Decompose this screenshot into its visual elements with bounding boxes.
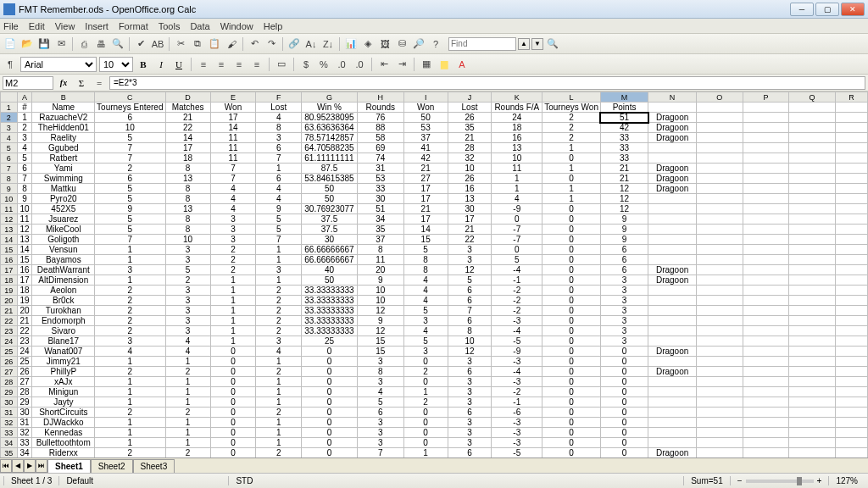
cell-B13[interactable]: MikeCool — [32, 225, 95, 235]
cell-N3[interactable]: Dragoon — [648, 123, 697, 133]
cell-P17[interactable] — [743, 265, 789, 275]
cell-Q10[interactable] — [789, 194, 836, 204]
cell-J23[interactable]: 8 — [448, 326, 492, 336]
cell-Q14[interactable] — [789, 235, 836, 245]
cell-I19[interactable]: 4 — [403, 286, 448, 296]
cell-M19[interactable]: 3 — [600, 286, 648, 296]
cell-N27[interactable]: Dragoon — [648, 367, 697, 377]
cell-F28[interactable]: 1 — [256, 377, 302, 387]
cell-A9[interactable]: 8 — [17, 184, 32, 194]
cell-D33[interactable]: 1 — [165, 428, 210, 438]
cell-F35[interactable]: 2 — [256, 448, 302, 458]
formula-input[interactable] — [109, 76, 865, 90]
cell-C15[interactable]: 1 — [95, 245, 165, 255]
decimal-del-icon[interactable]: .0 — [352, 57, 367, 72]
cell-G13[interactable]: 37.5 — [302, 225, 358, 235]
cell-A19[interactable]: 18 — [17, 286, 32, 296]
align-right-icon[interactable]: ≡ — [231, 57, 247, 72]
cell-A29[interactable]: 28 — [17, 387, 32, 397]
col-header-O[interactable]: O — [697, 92, 743, 103]
cell-A21[interactable]: 20 — [17, 306, 32, 316]
cell-O34[interactable] — [697, 438, 743, 448]
cell-R4[interactable] — [835, 133, 867, 143]
cell-P27[interactable] — [743, 367, 789, 377]
cell-H23[interactable]: 12 — [357, 326, 403, 336]
cell-R14[interactable] — [835, 235, 867, 245]
row-header-21[interactable]: 21 — [1, 306, 18, 316]
row-header-28[interactable]: 28 — [1, 377, 18, 387]
cell-Q15[interactable] — [789, 245, 836, 255]
cell-L16[interactable]: 0 — [542, 255, 601, 265]
cell-C23[interactable]: 2 — [95, 326, 165, 336]
cell-Q4[interactable] — [789, 133, 836, 143]
cell-E30[interactable]: 0 — [210, 397, 256, 408]
cell-O2[interactable] — [697, 113, 743, 123]
cell-B33[interactable]: Kennedas — [32, 428, 95, 438]
cell-O15[interactable] — [697, 245, 743, 255]
menu-window[interactable]: Window — [220, 21, 253, 31]
cell-M34[interactable]: 0 — [600, 438, 648, 448]
cell-N22[interactable] — [648, 316, 697, 326]
cell-E10[interactable]: 4 — [210, 194, 256, 204]
cell-L31[interactable]: 0 — [542, 408, 601, 418]
cell-Q13[interactable] — [789, 225, 836, 235]
cell-K20[interactable]: -2 — [492, 296, 542, 306]
cell-F34[interactable]: 1 — [256, 438, 302, 448]
row-header-14[interactable]: 14 — [1, 235, 18, 245]
row-header-30[interactable]: 30 — [1, 397, 18, 408]
cell-G8[interactable]: 53.84615385 — [302, 174, 358, 184]
cell-K15[interactable]: 0 — [492, 245, 542, 255]
cell-R35[interactable] — [835, 448, 867, 458]
cell-G20[interactable]: 33.33333333 — [302, 296, 358, 306]
cell-Q3[interactable] — [789, 123, 836, 133]
row-header-33[interactable]: 33 — [1, 428, 18, 438]
cell-L13[interactable]: 0 — [542, 225, 601, 235]
cell-D1[interactable]: Matches — [165, 103, 210, 113]
cell-L5[interactable]: 1 — [542, 143, 601, 153]
cell-C26[interactable]: 1 — [95, 357, 165, 367]
cell-O5[interactable] — [697, 143, 743, 153]
cell-D9[interactable]: 8 — [165, 184, 210, 194]
cell-E31[interactable]: 0 — [210, 408, 256, 418]
cell-B25[interactable]: Wanat007 — [32, 347, 95, 357]
cell-D23[interactable]: 3 — [165, 326, 210, 336]
cell-H21[interactable]: 12 — [357, 306, 403, 316]
sum-icon[interactable]: Σ — [74, 75, 89, 91]
cell-D6[interactable]: 18 — [165, 153, 210, 164]
cell-J3[interactable]: 35 — [448, 123, 492, 133]
cell-C4[interactable]: 5 — [95, 133, 165, 143]
cell-N19[interactable] — [648, 286, 697, 296]
cell-K17[interactable]: -4 — [492, 265, 542, 275]
cell-K35[interactable]: -5 — [492, 448, 542, 458]
cell-P12[interactable] — [743, 214, 789, 225]
cell-D11[interactable]: 13 — [165, 204, 210, 214]
undo-icon[interactable]: ↶ — [247, 36, 262, 52]
cell-R25[interactable] — [835, 347, 867, 357]
cell-L19[interactable]: 0 — [542, 286, 601, 296]
cell-J22[interactable]: 6 — [448, 316, 492, 326]
cell-N15[interactable] — [648, 245, 697, 255]
cell-E29[interactable]: 0 — [210, 387, 256, 397]
cell-G21[interactable]: 33.33333333 — [302, 306, 358, 316]
cell-R23[interactable] — [835, 326, 867, 336]
cell-L35[interactable]: 0 — [542, 448, 601, 458]
cell-A6[interactable]: 5 — [17, 153, 32, 164]
cell-N7[interactable]: Dragoon — [648, 164, 697, 174]
cell-G17[interactable]: 40 — [302, 265, 358, 275]
cell-O30[interactable] — [697, 397, 743, 408]
cell-F2[interactable]: 4 — [256, 113, 302, 123]
cell-M25[interactable]: 0 — [600, 347, 648, 357]
cell-G19[interactable]: 33.33333333 — [302, 286, 358, 296]
cell-F10[interactable]: 4 — [256, 194, 302, 204]
cell-M20[interactable]: 3 — [600, 296, 648, 306]
cell-A12[interactable]: 11 — [17, 214, 32, 225]
cell-E23[interactable]: 1 — [210, 326, 256, 336]
cell-O14[interactable] — [697, 235, 743, 245]
open-icon[interactable]: 📂 — [19, 36, 35, 52]
row-header-8[interactable]: 8 — [1, 174, 18, 184]
cell-N10[interactable] — [648, 194, 697, 204]
cell-G29[interactable]: 0 — [302, 387, 358, 397]
cell-N25[interactable]: Dragoon — [648, 347, 697, 357]
cell-I17[interactable]: 8 — [403, 265, 448, 275]
cell-M32[interactable]: 0 — [600, 418, 648, 428]
